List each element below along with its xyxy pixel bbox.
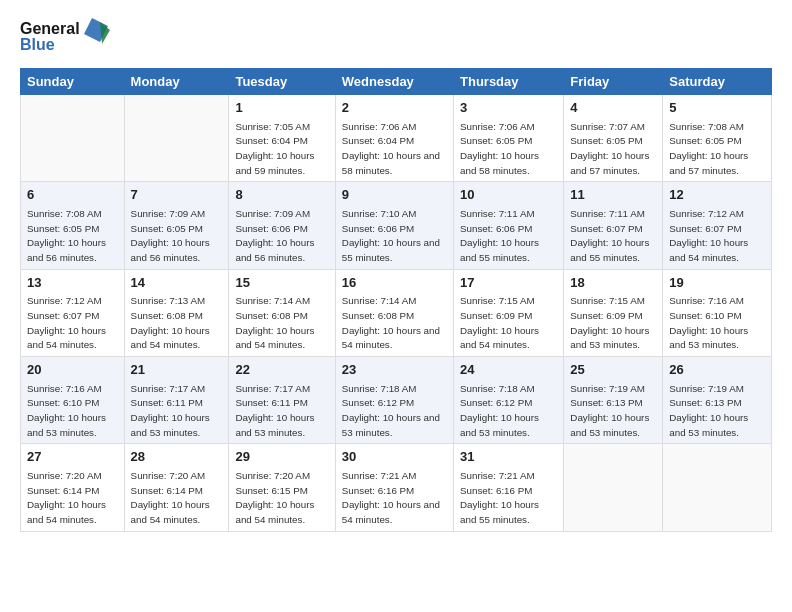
day-number: 16 [342, 274, 447, 292]
day-number: 23 [342, 361, 447, 379]
day-number: 31 [460, 448, 557, 466]
calendar-cell [564, 444, 663, 531]
day-info: Sunrise: 7:06 AMSunset: 6:04 PMDaylight:… [342, 121, 440, 176]
calendar-cell [663, 444, 772, 531]
day-number: 5 [669, 99, 765, 117]
day-info: Sunrise: 7:17 AMSunset: 6:11 PMDaylight:… [131, 383, 210, 438]
day-number: 6 [27, 186, 118, 204]
header-day-thursday: Thursday [454, 69, 564, 95]
header-day-tuesday: Tuesday [229, 69, 335, 95]
day-info: Sunrise: 7:20 AMSunset: 6:15 PMDaylight:… [235, 470, 314, 525]
calendar-cell: 30Sunrise: 7:21 AMSunset: 6:16 PMDayligh… [335, 444, 453, 531]
header-day-friday: Friday [564, 69, 663, 95]
day-number: 28 [131, 448, 223, 466]
calendar-cell: 15Sunrise: 7:14 AMSunset: 6:08 PMDayligh… [229, 269, 335, 356]
calendar-cell [21, 95, 125, 182]
svg-text:General: General [20, 20, 80, 37]
day-number: 12 [669, 186, 765, 204]
day-info: Sunrise: 7:08 AMSunset: 6:05 PMDaylight:… [27, 208, 106, 263]
calendar-page: General Blue SundayMondayTuesdayWednesda… [0, 0, 792, 612]
calendar-cell: 5Sunrise: 7:08 AMSunset: 6:05 PMDaylight… [663, 95, 772, 182]
day-info: Sunrise: 7:18 AMSunset: 6:12 PMDaylight:… [460, 383, 539, 438]
day-info: Sunrise: 7:11 AMSunset: 6:07 PMDaylight:… [570, 208, 649, 263]
svg-text:Blue: Blue [20, 36, 55, 53]
header-day-monday: Monday [124, 69, 229, 95]
calendar-cell: 14Sunrise: 7:13 AMSunset: 6:08 PMDayligh… [124, 269, 229, 356]
day-info: Sunrise: 7:18 AMSunset: 6:12 PMDaylight:… [342, 383, 440, 438]
week-row-2: 6Sunrise: 7:08 AMSunset: 6:05 PMDaylight… [21, 182, 772, 269]
calendar-cell: 29Sunrise: 7:20 AMSunset: 6:15 PMDayligh… [229, 444, 335, 531]
day-info: Sunrise: 7:13 AMSunset: 6:08 PMDaylight:… [131, 295, 210, 350]
calendar-cell: 21Sunrise: 7:17 AMSunset: 6:11 PMDayligh… [124, 357, 229, 444]
day-info: Sunrise: 7:14 AMSunset: 6:08 PMDaylight:… [342, 295, 440, 350]
week-row-3: 13Sunrise: 7:12 AMSunset: 6:07 PMDayligh… [21, 269, 772, 356]
week-row-5: 27Sunrise: 7:20 AMSunset: 6:14 PMDayligh… [21, 444, 772, 531]
calendar-cell: 24Sunrise: 7:18 AMSunset: 6:12 PMDayligh… [454, 357, 564, 444]
day-number: 15 [235, 274, 328, 292]
day-number: 4 [570, 99, 656, 117]
day-number: 30 [342, 448, 447, 466]
calendar-cell: 19Sunrise: 7:16 AMSunset: 6:10 PMDayligh… [663, 269, 772, 356]
day-number: 24 [460, 361, 557, 379]
header-row: SundayMondayTuesdayWednesdayThursdayFrid… [21, 69, 772, 95]
day-info: Sunrise: 7:15 AMSunset: 6:09 PMDaylight:… [570, 295, 649, 350]
header-day-wednesday: Wednesday [335, 69, 453, 95]
calendar-cell: 10Sunrise: 7:11 AMSunset: 6:06 PMDayligh… [454, 182, 564, 269]
day-number: 21 [131, 361, 223, 379]
day-number: 25 [570, 361, 656, 379]
day-info: Sunrise: 7:12 AMSunset: 6:07 PMDaylight:… [669, 208, 748, 263]
day-info: Sunrise: 7:20 AMSunset: 6:14 PMDaylight:… [131, 470, 210, 525]
day-info: Sunrise: 7:09 AMSunset: 6:05 PMDaylight:… [131, 208, 210, 263]
day-number: 19 [669, 274, 765, 292]
day-info: Sunrise: 7:20 AMSunset: 6:14 PMDaylight:… [27, 470, 106, 525]
day-info: Sunrise: 7:10 AMSunset: 6:06 PMDaylight:… [342, 208, 440, 263]
day-info: Sunrise: 7:16 AMSunset: 6:10 PMDaylight:… [669, 295, 748, 350]
calendar-cell: 3Sunrise: 7:06 AMSunset: 6:05 PMDaylight… [454, 95, 564, 182]
day-number: 22 [235, 361, 328, 379]
calendar-cell: 13Sunrise: 7:12 AMSunset: 6:07 PMDayligh… [21, 269, 125, 356]
logo: General Blue [20, 16, 110, 60]
calendar-cell: 28Sunrise: 7:20 AMSunset: 6:14 PMDayligh… [124, 444, 229, 531]
day-number: 14 [131, 274, 223, 292]
calendar-cell: 8Sunrise: 7:09 AMSunset: 6:06 PMDaylight… [229, 182, 335, 269]
day-number: 27 [27, 448, 118, 466]
day-number: 10 [460, 186, 557, 204]
day-number: 26 [669, 361, 765, 379]
calendar-cell: 26Sunrise: 7:19 AMSunset: 6:13 PMDayligh… [663, 357, 772, 444]
calendar-cell: 9Sunrise: 7:10 AMSunset: 6:06 PMDaylight… [335, 182, 453, 269]
day-info: Sunrise: 7:19 AMSunset: 6:13 PMDaylight:… [570, 383, 649, 438]
day-info: Sunrise: 7:07 AMSunset: 6:05 PMDaylight:… [570, 121, 649, 176]
calendar-cell: 22Sunrise: 7:17 AMSunset: 6:11 PMDayligh… [229, 357, 335, 444]
calendar-cell: 11Sunrise: 7:11 AMSunset: 6:07 PMDayligh… [564, 182, 663, 269]
calendar-table: SundayMondayTuesdayWednesdayThursdayFrid… [20, 68, 772, 532]
day-info: Sunrise: 7:12 AMSunset: 6:07 PMDaylight:… [27, 295, 106, 350]
header: General Blue [20, 16, 772, 60]
day-number: 13 [27, 274, 118, 292]
calendar-cell: 23Sunrise: 7:18 AMSunset: 6:12 PMDayligh… [335, 357, 453, 444]
calendar-cell: 2Sunrise: 7:06 AMSunset: 6:04 PMDaylight… [335, 95, 453, 182]
day-number: 8 [235, 186, 328, 204]
day-info: Sunrise: 7:17 AMSunset: 6:11 PMDaylight:… [235, 383, 314, 438]
calendar-cell: 1Sunrise: 7:05 AMSunset: 6:04 PMDaylight… [229, 95, 335, 182]
calendar-cell [124, 95, 229, 182]
calendar-cell: 12Sunrise: 7:12 AMSunset: 6:07 PMDayligh… [663, 182, 772, 269]
calendar-cell: 16Sunrise: 7:14 AMSunset: 6:08 PMDayligh… [335, 269, 453, 356]
day-number: 20 [27, 361, 118, 379]
calendar-cell: 31Sunrise: 7:21 AMSunset: 6:16 PMDayligh… [454, 444, 564, 531]
day-info: Sunrise: 7:15 AMSunset: 6:09 PMDaylight:… [460, 295, 539, 350]
calendar-cell: 27Sunrise: 7:20 AMSunset: 6:14 PMDayligh… [21, 444, 125, 531]
day-number: 1 [235, 99, 328, 117]
day-info: Sunrise: 7:08 AMSunset: 6:05 PMDaylight:… [669, 121, 748, 176]
calendar-cell: 25Sunrise: 7:19 AMSunset: 6:13 PMDayligh… [564, 357, 663, 444]
day-info: Sunrise: 7:19 AMSunset: 6:13 PMDaylight:… [669, 383, 748, 438]
day-number: 7 [131, 186, 223, 204]
day-number: 18 [570, 274, 656, 292]
day-info: Sunrise: 7:21 AMSunset: 6:16 PMDaylight:… [342, 470, 440, 525]
day-info: Sunrise: 7:09 AMSunset: 6:06 PMDaylight:… [235, 208, 314, 263]
day-info: Sunrise: 7:21 AMSunset: 6:16 PMDaylight:… [460, 470, 539, 525]
day-number: 9 [342, 186, 447, 204]
calendar-cell: 6Sunrise: 7:08 AMSunset: 6:05 PMDaylight… [21, 182, 125, 269]
day-number: 17 [460, 274, 557, 292]
day-info: Sunrise: 7:06 AMSunset: 6:05 PMDaylight:… [460, 121, 539, 176]
day-info: Sunrise: 7:16 AMSunset: 6:10 PMDaylight:… [27, 383, 106, 438]
